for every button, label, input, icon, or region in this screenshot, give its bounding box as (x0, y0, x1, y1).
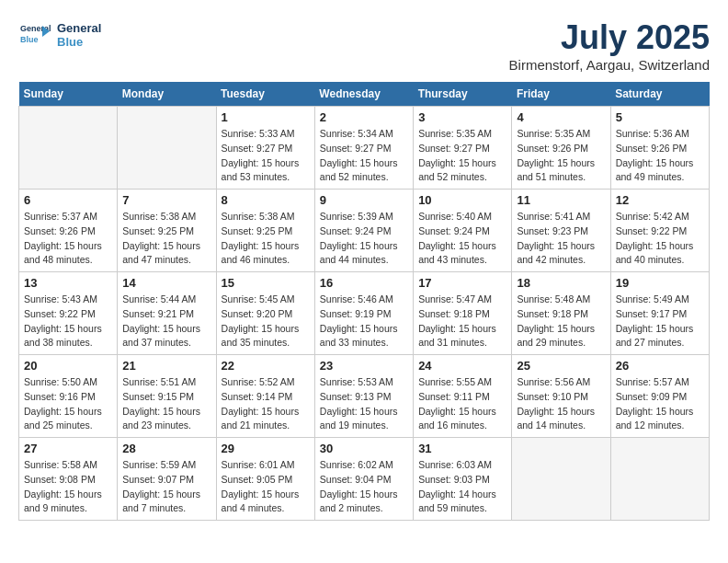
day-info: Sunrise: 5:41 AM Sunset: 9:23 PM Dayligh… (517, 210, 605, 268)
calendar-cell: 11 Sunrise: 5:41 AM Sunset: 9:23 PM Dayl… (512, 190, 610, 272)
calendar-cell: 16 Sunrise: 5:46 AM Sunset: 9:19 PM Dayl… (314, 272, 413, 355)
calendar-cell: 21 Sunrise: 5:51 AM Sunset: 9:15 PM Dayl… (118, 355, 216, 438)
day-info: Sunrise: 5:39 AM Sunset: 9:24 PM Dayligh… (320, 210, 408, 268)
calendar-cell: 13 Sunrise: 5:43 AM Sunset: 9:22 PM Dayl… (19, 272, 118, 355)
calendar-cell: 9 Sunrise: 5:39 AM Sunset: 9:24 PM Dayli… (314, 190, 413, 272)
day-number: 5 (616, 110, 704, 124)
day-info: Sunrise: 5:59 AM Sunset: 9:07 PM Dayligh… (122, 458, 210, 516)
day-number: 28 (122, 442, 210, 455)
calendar-cell (118, 107, 216, 190)
calendar-cell: 25 Sunrise: 5:56 AM Sunset: 9:10 PM Dayl… (512, 355, 610, 438)
calendar-week-4: 20 Sunrise: 5:50 AM Sunset: 9:16 PM Dayl… (19, 355, 710, 438)
day-info: Sunrise: 5:53 AM Sunset: 9:13 PM Dayligh… (320, 375, 408, 433)
calendar-week-1: 1 Sunrise: 5:33 AM Sunset: 9:27 PM Dayli… (19, 107, 710, 190)
calendar-cell (512, 438, 610, 521)
day-number: 9 (320, 193, 408, 207)
calendar-cell: 3 Sunrise: 5:35 AM Sunset: 9:27 PM Dayli… (414, 107, 512, 190)
day-number: 20 (24, 359, 112, 373)
day-info: Sunrise: 5:47 AM Sunset: 9:18 PM Dayligh… (418, 293, 506, 350)
calendar-cell: 5 Sunrise: 5:36 AM Sunset: 9:26 PM Dayli… (610, 107, 709, 190)
day-number: 30 (320, 442, 408, 455)
calendar-cell: 31 Sunrise: 6:03 AM Sunset: 9:03 PM Dayl… (414, 438, 512, 521)
day-info: Sunrise: 6:03 AM Sunset: 9:03 PM Dayligh… (418, 458, 506, 516)
page-header: General Blue General Blue July 2025 Birm… (18, 18, 710, 73)
weekday-header-thursday: Thursday (414, 82, 512, 107)
calendar-cell: 27 Sunrise: 5:58 AM Sunset: 9:08 PM Dayl… (19, 438, 118, 521)
day-info: Sunrise: 5:34 AM Sunset: 9:27 PM Dayligh… (320, 127, 408, 185)
calendar-cell: 28 Sunrise: 5:59 AM Sunset: 9:07 PM Dayl… (118, 438, 216, 521)
day-info: Sunrise: 6:02 AM Sunset: 9:04 PM Dayligh… (320, 458, 408, 516)
day-number: 7 (122, 193, 210, 207)
month-title: July 2025 (509, 18, 710, 57)
logo-blue: Blue (57, 35, 101, 49)
day-info: Sunrise: 5:52 AM Sunset: 9:14 PM Dayligh… (222, 375, 310, 433)
calendar-cell: 29 Sunrise: 6:01 AM Sunset: 9:05 PM Dayl… (216, 438, 314, 521)
day-info: Sunrise: 5:43 AM Sunset: 9:22 PM Dayligh… (24, 293, 112, 350)
weekday-header-sunday: Sunday (19, 82, 118, 107)
calendar-cell: 15 Sunrise: 5:45 AM Sunset: 9:20 PM Dayl… (216, 272, 314, 355)
day-info: Sunrise: 5:56 AM Sunset: 9:10 PM Dayligh… (517, 375, 605, 433)
day-number: 18 (517, 276, 605, 290)
day-number: 31 (418, 442, 506, 455)
day-info: Sunrise: 5:48 AM Sunset: 9:18 PM Dayligh… (517, 293, 605, 350)
day-info: Sunrise: 5:46 AM Sunset: 9:19 PM Dayligh… (320, 293, 408, 350)
weekday-header-tuesday: Tuesday (216, 82, 314, 107)
calendar-cell: 2 Sunrise: 5:34 AM Sunset: 9:27 PM Dayli… (314, 107, 413, 190)
calendar-cell: 1 Sunrise: 5:33 AM Sunset: 9:27 PM Dayli… (216, 107, 314, 190)
calendar-cell: 7 Sunrise: 5:38 AM Sunset: 9:25 PM Dayli… (118, 190, 216, 272)
calendar-cell: 30 Sunrise: 6:02 AM Sunset: 9:04 PM Dayl… (314, 438, 413, 521)
calendar-cell: 6 Sunrise: 5:37 AM Sunset: 9:26 PM Dayli… (19, 190, 118, 272)
weekday-header-row: SundayMondayTuesdayWednesdayThursdayFrid… (19, 82, 710, 107)
day-info: Sunrise: 5:38 AM Sunset: 9:25 PM Dayligh… (222, 210, 310, 268)
day-number: 24 (418, 359, 506, 373)
day-info: Sunrise: 5:33 AM Sunset: 9:27 PM Dayligh… (222, 127, 310, 185)
day-number: 25 (517, 359, 605, 373)
calendar-week-3: 13 Sunrise: 5:43 AM Sunset: 9:22 PM Dayl… (19, 272, 710, 355)
calendar-cell: 4 Sunrise: 5:35 AM Sunset: 9:26 PM Dayli… (512, 107, 610, 190)
weekday-header-saturday: Saturday (610, 82, 709, 107)
calendar-cell: 26 Sunrise: 5:57 AM Sunset: 9:09 PM Dayl… (610, 355, 709, 438)
day-info: Sunrise: 5:35 AM Sunset: 9:26 PM Dayligh… (517, 127, 605, 185)
day-number: 12 (616, 193, 704, 207)
calendar-cell: 8 Sunrise: 5:38 AM Sunset: 9:25 PM Dayli… (216, 190, 314, 272)
day-number: 17 (418, 276, 506, 290)
calendar-cell: 18 Sunrise: 5:48 AM Sunset: 9:18 PM Dayl… (512, 272, 610, 355)
day-number: 4 (517, 110, 605, 124)
calendar-cell: 20 Sunrise: 5:50 AM Sunset: 9:16 PM Dayl… (19, 355, 118, 438)
day-number: 8 (222, 193, 310, 207)
day-info: Sunrise: 5:37 AM Sunset: 9:26 PM Dayligh… (24, 210, 112, 268)
day-info: Sunrise: 5:42 AM Sunset: 9:22 PM Dayligh… (616, 210, 704, 268)
day-info: Sunrise: 5:50 AM Sunset: 9:16 PM Dayligh… (24, 375, 112, 433)
day-info: Sunrise: 5:44 AM Sunset: 9:21 PM Dayligh… (122, 293, 210, 350)
day-number: 22 (222, 359, 310, 373)
day-info: Sunrise: 5:38 AM Sunset: 9:25 PM Dayligh… (122, 210, 210, 268)
day-number: 13 (24, 276, 112, 290)
day-number: 19 (616, 276, 704, 290)
calendar-cell: 22 Sunrise: 5:52 AM Sunset: 9:14 PM Dayl… (216, 355, 314, 438)
calendar-cell: 19 Sunrise: 5:49 AM Sunset: 9:17 PM Dayl… (610, 272, 709, 355)
calendar-cell: 24 Sunrise: 5:55 AM Sunset: 9:11 PM Dayl… (414, 355, 512, 438)
weekday-header-monday: Monday (118, 82, 216, 107)
day-info: Sunrise: 5:55 AM Sunset: 9:11 PM Dayligh… (418, 375, 506, 433)
day-number: 21 (122, 359, 210, 373)
day-info: Sunrise: 5:35 AM Sunset: 9:27 PM Dayligh… (418, 127, 506, 185)
day-number: 23 (320, 359, 408, 373)
calendar-cell: 23 Sunrise: 5:53 AM Sunset: 9:13 PM Dayl… (314, 355, 413, 438)
day-number: 10 (418, 193, 506, 207)
day-info: Sunrise: 5:57 AM Sunset: 9:09 PM Dayligh… (616, 375, 704, 433)
calendar-week-5: 27 Sunrise: 5:58 AM Sunset: 9:08 PM Dayl… (19, 438, 710, 521)
day-info: Sunrise: 6:01 AM Sunset: 9:05 PM Dayligh… (222, 458, 310, 516)
day-number: 6 (24, 193, 112, 207)
day-info: Sunrise: 5:58 AM Sunset: 9:08 PM Dayligh… (24, 458, 112, 516)
logo: General Blue General Blue (18, 18, 101, 52)
calendar-cell: 12 Sunrise: 5:42 AM Sunset: 9:22 PM Dayl… (610, 190, 709, 272)
day-number: 3 (418, 110, 506, 124)
day-number: 15 (222, 276, 310, 290)
day-number: 16 (320, 276, 408, 290)
day-number: 11 (517, 193, 605, 207)
calendar-table: SundayMondayTuesdayWednesdayThursdayFrid… (18, 82, 710, 521)
day-number: 2 (320, 110, 408, 124)
title-section: July 2025 Birmenstorf, Aargau, Switzerla… (509, 18, 710, 73)
day-info: Sunrise: 5:36 AM Sunset: 9:26 PM Dayligh… (616, 127, 704, 185)
calendar-cell: 17 Sunrise: 5:47 AM Sunset: 9:18 PM Dayl… (414, 272, 512, 355)
